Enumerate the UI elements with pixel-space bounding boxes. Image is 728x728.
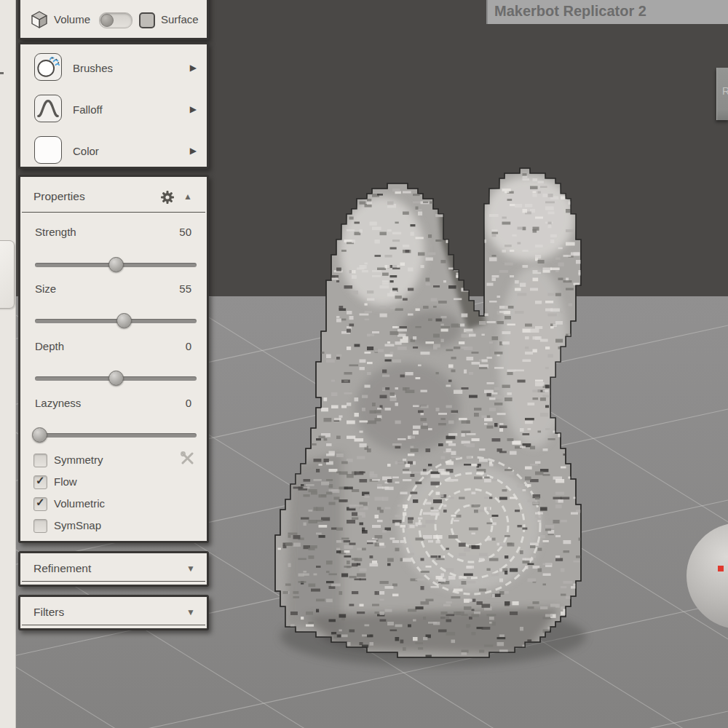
volume-label: Volume: [54, 13, 90, 26]
size-slider-track[interactable]: [35, 319, 197, 323]
filters-expand-icon[interactable]: ▼: [186, 607, 195, 617]
surface-label: Surface: [161, 13, 199, 26]
right-edge-button[interactable]: R: [716, 68, 728, 120]
toggle-knob[interactable]: [100, 14, 114, 27]
flow-row: ✓ Flow: [20, 475, 207, 492]
filters-divider: [22, 625, 205, 625]
properties-divider: [22, 212, 205, 213]
right-edge-button-label: R: [717, 85, 728, 97]
depth-label: Depth: [35, 340, 64, 352]
mode-panel: Volume Surface: [18, 0, 209, 40]
brushes-expand-icon[interactable]: ▶: [190, 63, 197, 73]
volumetric-checkbox[interactable]: ✓: [33, 497, 47, 511]
volumetric-row: ✓ Volumetric: [20, 496, 207, 514]
refinement-panel[interactable]: Refinement ▼: [18, 551, 209, 587]
app-window: Volume Surface Brushes ▶ Falloff ▶ Color…: [0, 0, 728, 728]
filters-title[interactable]: Filters: [33, 606, 64, 619]
brushes-label[interactable]: Brushes: [73, 62, 113, 75]
falloff-expand-icon[interactable]: ▶: [190, 104, 197, 114]
filters-panel[interactable]: Filters ▼: [18, 595, 209, 630]
properties-collapse-icon[interactable]: ▲: [183, 191, 192, 202]
falloff-curve-icon[interactable]: [34, 95, 62, 122]
strip-notch: [0, 72, 4, 74]
lazyness-slider[interactable]: [35, 427, 197, 443]
depth-slider-knob[interactable]: [108, 371, 124, 386]
falloff-label[interactable]: Falloff: [73, 103, 103, 116]
volume-surface-toggle[interactable]: [99, 12, 132, 28]
strength-value: 50: [179, 226, 191, 238]
sphere-vertex-marker[interactable]: [718, 566, 724, 571]
symmetry-checkbox[interactable]: ✓: [33, 454, 47, 467]
depth-value: 0: [186, 340, 191, 352]
document-title: Makerbot Replicator 2: [488, 0, 728, 23]
left-edge-panel: [0, 0, 16, 728]
lazyness-slider-track[interactable]: [35, 433, 197, 438]
symmetry-label: Symmetry: [54, 454, 103, 466]
size-value: 55: [179, 282, 191, 295]
size-label: Size: [35, 282, 56, 295]
depth-slider[interactable]: [35, 371, 197, 387]
strength-slider-knob[interactable]: [108, 257, 124, 272]
color-expand-icon[interactable]: ▶: [190, 146, 197, 156]
flow-checkbox[interactable]: ✓: [33, 475, 47, 489]
size-slider[interactable]: [35, 313, 197, 329]
refinement-divider: [22, 581, 205, 582]
refinement-title[interactable]: Refinement: [33, 562, 91, 575]
tool-menu-panel: Brushes ▶ Falloff ▶ Color ▶: [18, 42, 209, 169]
strength-slider[interactable]: [35, 257, 197, 273]
gear-icon[interactable]: [160, 190, 175, 205]
lazyness-value: 0: [186, 397, 191, 409]
brush-circle-icon[interactable]: [34, 53, 62, 81]
lazyness-slider-knob[interactable]: [32, 427, 47, 443]
strength-label: Strength: [35, 226, 76, 238]
lazyness-label: Lazyness: [35, 397, 81, 409]
symmetry-tools-icon[interactable]: [180, 451, 195, 466]
symmetry-row: ✓ Symmetry: [20, 453, 207, 470]
strip-partial-button[interactable]: [0, 240, 15, 309]
symsnap-checkbox[interactable]: ✓: [33, 519, 47, 533]
refinement-expand-icon[interactable]: ▼: [186, 563, 195, 574]
properties-panel: Properties ▲ Strength 50 Size 55 Depth 0: [18, 175, 209, 543]
size-slider-knob[interactable]: [116, 313, 132, 328]
properties-title: Properties: [33, 190, 85, 203]
symsnap-row: ✓ SymSnap: [20, 518, 207, 536]
color-label[interactable]: Color: [73, 145, 99, 158]
volume-cube-icon: [30, 10, 49, 29]
document-title-bar: Makerbot Replicator 2: [486, 0, 728, 24]
flow-label: Flow: [54, 475, 77, 488]
volumetric-label: Volumetric: [54, 497, 105, 510]
symsnap-label: SymSnap: [54, 519, 101, 531]
color-swatch-icon[interactable]: [34, 136, 62, 164]
surface-square-icon: [139, 12, 155, 28]
